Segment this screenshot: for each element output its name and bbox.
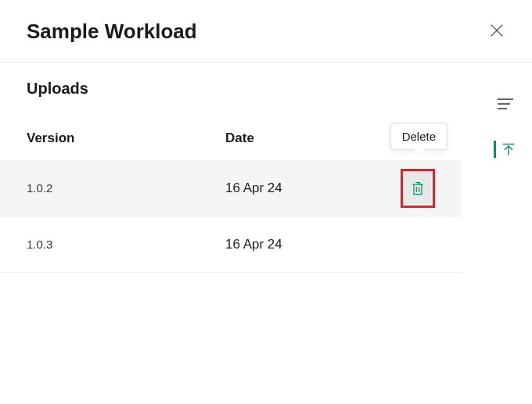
- close-button[interactable]: [485, 19, 509, 45]
- table-row[interactable]: 1.0.3 16 Apr 24: [0, 216, 462, 273]
- column-version: Version: [27, 130, 225, 146]
- menu-icon: [498, 98, 513, 109]
- cell-date: 16 Apr 24: [225, 181, 374, 196]
- section-title: Uploads: [27, 80, 88, 98]
- panel-title: Sample Workload: [27, 20, 197, 44]
- section-header: Uploads: [0, 63, 532, 105]
- uploads-table: Version Date 1.0.2 16 Apr 24 Delete 1.0.…: [0, 105, 462, 273]
- column-date: Date: [225, 130, 254, 146]
- delete-highlight: [401, 169, 435, 208]
- menu-button[interactable]: [494, 95, 516, 115]
- cell-date: 16 Apr 24: [225, 237, 374, 252]
- upload-icon: [501, 141, 516, 157]
- indicator-bar: [494, 141, 496, 158]
- upload-indicator[interactable]: [494, 141, 516, 158]
- trash-icon: [410, 180, 426, 197]
- cell-version: 1.0.2: [27, 181, 225, 195]
- delete-button[interactable]: [404, 173, 431, 204]
- cell-version: 1.0.3: [27, 238, 225, 251]
- close-icon: [488, 22, 505, 39]
- delete-tooltip: Delete: [390, 123, 448, 150]
- panel-header: Sample Workload: [0, 0, 532, 63]
- table-row[interactable]: 1.0.2 16 Apr 24 Delete: [0, 160, 462, 216]
